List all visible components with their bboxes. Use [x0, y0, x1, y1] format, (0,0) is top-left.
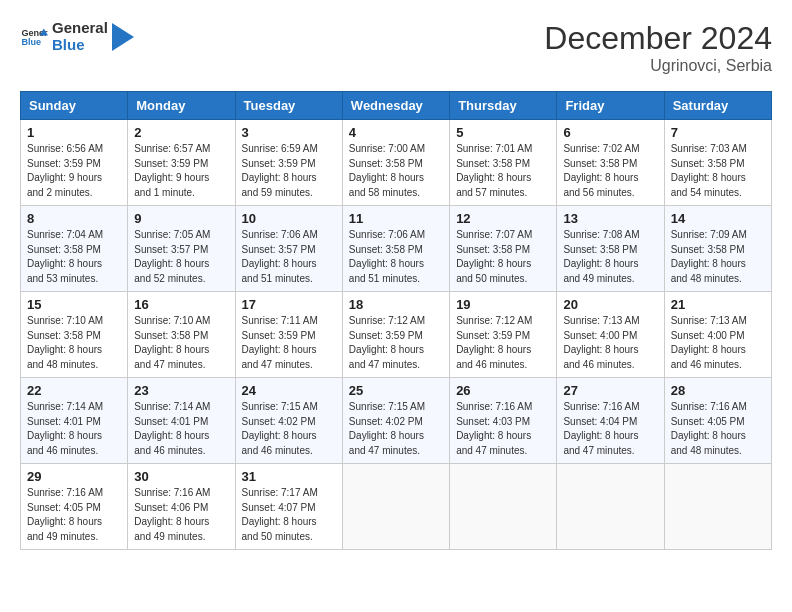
calendar-week-row: 22 Sunrise: 7:14 AMSunset: 4:01 PMDaylig… [21, 378, 772, 464]
day-info: Sunrise: 7:00 AMSunset: 3:58 PMDaylight:… [349, 142, 443, 200]
day-info: Sunrise: 7:13 AMSunset: 4:00 PMDaylight:… [563, 314, 657, 372]
day-info: Sunrise: 7:02 AMSunset: 3:58 PMDaylight:… [563, 142, 657, 200]
day-number: 26 [456, 383, 550, 398]
day-info: Sunrise: 6:56 AMSunset: 3:59 PMDaylight:… [27, 142, 121, 200]
logo-blue: Blue [52, 37, 108, 54]
day-info: Sunrise: 7:16 AMSunset: 4:03 PMDaylight:… [456, 400, 550, 458]
header-sunday: Sunday [21, 92, 128, 120]
logo: General Blue General Blue [20, 20, 134, 53]
title-block: December 2024 Ugrinovci, Serbia [544, 20, 772, 75]
calendar-day-10: 10 Sunrise: 7:06 AMSunset: 3:57 PMDaylig… [235, 206, 342, 292]
day-number: 14 [671, 211, 765, 226]
logo-icon: General Blue [20, 23, 48, 51]
calendar-day-14: 14 Sunrise: 7:09 AMSunset: 3:58 PMDaylig… [664, 206, 771, 292]
day-info: Sunrise: 7:09 AMSunset: 3:58 PMDaylight:… [671, 228, 765, 286]
day-number: 12 [456, 211, 550, 226]
day-number: 24 [242, 383, 336, 398]
calendar-day-19: 19 Sunrise: 7:12 AMSunset: 3:59 PMDaylig… [450, 292, 557, 378]
calendar-day-27: 27 Sunrise: 7:16 AMSunset: 4:04 PMDaylig… [557, 378, 664, 464]
logo-arrow-icon [112, 23, 134, 51]
calendar-day-18: 18 Sunrise: 7:12 AMSunset: 3:59 PMDaylig… [342, 292, 449, 378]
day-number: 23 [134, 383, 228, 398]
calendar-week-row: 15 Sunrise: 7:10 AMSunset: 3:58 PMDaylig… [21, 292, 772, 378]
day-info: Sunrise: 7:01 AMSunset: 3:58 PMDaylight:… [456, 142, 550, 200]
header-thursday: Thursday [450, 92, 557, 120]
calendar-week-row: 29 Sunrise: 7:16 AMSunset: 4:05 PMDaylig… [21, 464, 772, 550]
day-number: 11 [349, 211, 443, 226]
calendar-day-24: 24 Sunrise: 7:15 AMSunset: 4:02 PMDaylig… [235, 378, 342, 464]
calendar-day-5: 5 Sunrise: 7:01 AMSunset: 3:58 PMDayligh… [450, 120, 557, 206]
day-number: 25 [349, 383, 443, 398]
calendar-day-8: 8 Sunrise: 7:04 AMSunset: 3:58 PMDayligh… [21, 206, 128, 292]
day-number: 10 [242, 211, 336, 226]
weekday-header-row: Sunday Monday Tuesday Wednesday Thursday… [21, 92, 772, 120]
day-number: 2 [134, 125, 228, 140]
calendar-day-17: 17 Sunrise: 7:11 AMSunset: 3:59 PMDaylig… [235, 292, 342, 378]
page-header: General Blue General Blue December 2024 … [20, 20, 772, 75]
page-subtitle: Ugrinovci, Serbia [544, 57, 772, 75]
calendar-table: Sunday Monday Tuesday Wednesday Thursday… [20, 91, 772, 550]
calendar-week-row: 1 Sunrise: 6:56 AMSunset: 3:59 PMDayligh… [21, 120, 772, 206]
day-number: 27 [563, 383, 657, 398]
calendar-day-1: 1 Sunrise: 6:56 AMSunset: 3:59 PMDayligh… [21, 120, 128, 206]
day-info: Sunrise: 7:06 AMSunset: 3:58 PMDaylight:… [349, 228, 443, 286]
day-number: 28 [671, 383, 765, 398]
day-number: 21 [671, 297, 765, 312]
day-number: 3 [242, 125, 336, 140]
day-info: Sunrise: 7:15 AMSunset: 4:02 PMDaylight:… [242, 400, 336, 458]
calendar-day-31: 31 Sunrise: 7:17 AMSunset: 4:07 PMDaylig… [235, 464, 342, 550]
day-info: Sunrise: 7:16 AMSunset: 4:05 PMDaylight:… [671, 400, 765, 458]
svg-marker-3 [112, 23, 134, 51]
day-number: 4 [349, 125, 443, 140]
header-wednesday: Wednesday [342, 92, 449, 120]
calendar-day-25: 25 Sunrise: 7:15 AMSunset: 4:02 PMDaylig… [342, 378, 449, 464]
day-info: Sunrise: 7:12 AMSunset: 3:59 PMDaylight:… [349, 314, 443, 372]
day-info: Sunrise: 7:10 AMSunset: 3:58 PMDaylight:… [27, 314, 121, 372]
day-number: 20 [563, 297, 657, 312]
calendar-day-22: 22 Sunrise: 7:14 AMSunset: 4:01 PMDaylig… [21, 378, 128, 464]
day-number: 8 [27, 211, 121, 226]
day-number: 13 [563, 211, 657, 226]
day-number: 15 [27, 297, 121, 312]
calendar-day-26: 26 Sunrise: 7:16 AMSunset: 4:03 PMDaylig… [450, 378, 557, 464]
header-monday: Monday [128, 92, 235, 120]
day-number: 1 [27, 125, 121, 140]
calendar-day-23: 23 Sunrise: 7:14 AMSunset: 4:01 PMDaylig… [128, 378, 235, 464]
day-info: Sunrise: 7:11 AMSunset: 3:59 PMDaylight:… [242, 314, 336, 372]
day-number: 9 [134, 211, 228, 226]
calendar-week-row: 8 Sunrise: 7:04 AMSunset: 3:58 PMDayligh… [21, 206, 772, 292]
day-info: Sunrise: 7:12 AMSunset: 3:59 PMDaylight:… [456, 314, 550, 372]
header-tuesday: Tuesday [235, 92, 342, 120]
day-number: 29 [27, 469, 121, 484]
calendar-day-6: 6 Sunrise: 7:02 AMSunset: 3:58 PMDayligh… [557, 120, 664, 206]
header-friday: Friday [557, 92, 664, 120]
day-info: Sunrise: 7:16 AMSunset: 4:04 PMDaylight:… [563, 400, 657, 458]
calendar-day-30: 30 Sunrise: 7:16 AMSunset: 4:06 PMDaylig… [128, 464, 235, 550]
day-number: 22 [27, 383, 121, 398]
day-number: 17 [242, 297, 336, 312]
calendar-day-15: 15 Sunrise: 7:10 AMSunset: 3:58 PMDaylig… [21, 292, 128, 378]
calendar-day-20: 20 Sunrise: 7:13 AMSunset: 4:00 PMDaylig… [557, 292, 664, 378]
header-saturday: Saturday [664, 92, 771, 120]
calendar-day-12: 12 Sunrise: 7:07 AMSunset: 3:58 PMDaylig… [450, 206, 557, 292]
page-title: December 2024 [544, 20, 772, 57]
day-info: Sunrise: 7:15 AMSunset: 4:02 PMDaylight:… [349, 400, 443, 458]
day-number: 5 [456, 125, 550, 140]
calendar-empty-cell [664, 464, 771, 550]
day-info: Sunrise: 7:16 AMSunset: 4:06 PMDaylight:… [134, 486, 228, 544]
day-info: Sunrise: 6:59 AMSunset: 3:59 PMDaylight:… [242, 142, 336, 200]
calendar-empty-cell [450, 464, 557, 550]
calendar-day-29: 29 Sunrise: 7:16 AMSunset: 4:05 PMDaylig… [21, 464, 128, 550]
day-number: 7 [671, 125, 765, 140]
day-info: Sunrise: 7:07 AMSunset: 3:58 PMDaylight:… [456, 228, 550, 286]
calendar-day-9: 9 Sunrise: 7:05 AMSunset: 3:57 PMDayligh… [128, 206, 235, 292]
day-info: Sunrise: 7:14 AMSunset: 4:01 PMDaylight:… [27, 400, 121, 458]
day-number: 31 [242, 469, 336, 484]
calendar-day-13: 13 Sunrise: 7:08 AMSunset: 3:58 PMDaylig… [557, 206, 664, 292]
logo-general: General [52, 20, 108, 37]
calendar-empty-cell [557, 464, 664, 550]
day-info: Sunrise: 7:04 AMSunset: 3:58 PMDaylight:… [27, 228, 121, 286]
calendar-empty-cell [342, 464, 449, 550]
svg-text:Blue: Blue [21, 37, 41, 47]
calendar-day-21: 21 Sunrise: 7:13 AMSunset: 4:00 PMDaylig… [664, 292, 771, 378]
